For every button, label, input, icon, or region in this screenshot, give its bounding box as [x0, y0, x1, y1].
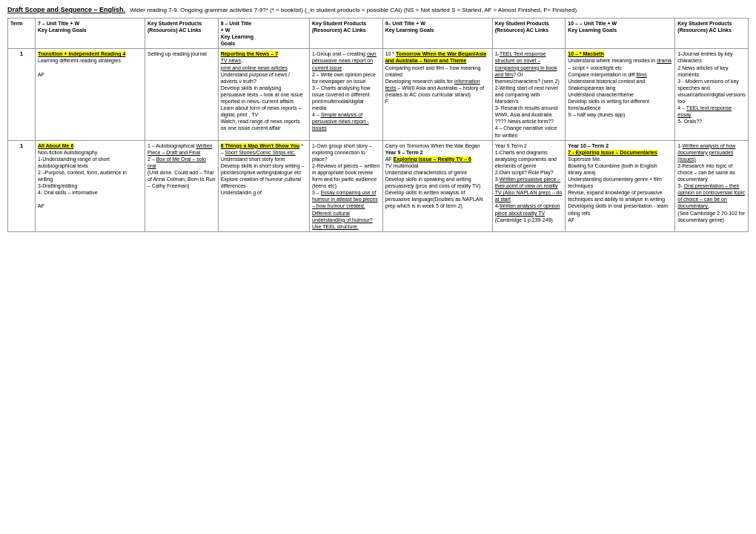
cell-7-term1-products: Setting up reading journal — [145, 49, 219, 140]
link-short-stories: Short Stories/Comic Strips etc. — [225, 150, 296, 155]
link-teel-response: TEEL Text response structure on novel – … — [495, 51, 557, 76]
cell-9-term1-products: 1-TEEL Text response structure on novel … — [492, 49, 566, 140]
link-simple-analysis: Simple analysis of persuasive news repor… — [312, 112, 369, 131]
cell-7-term1b-title: All About Me 6 Non-fiction Autobiography… — [36, 140, 145, 231]
cell-10-term1-title: 10 – * Macbeth Understand where meaning … — [566, 49, 675, 140]
cell-9-term1b-title: Carry on Tomorrow When the War Began Yea… — [382, 140, 492, 231]
table-header-row: Term 7 – Unit Title + WKey Learning Goal… — [8, 19, 749, 49]
unit-title-8-1b: 6 Things a Map Won't Show You — [221, 143, 300, 148]
link-persuasive-news: own persuasive news report on current is… — [312, 51, 377, 70]
year10-term2-label: Year 10 – Term 2 — [568, 143, 609, 148]
link-written-piece: Written Piece – Draft and Final — [147, 143, 212, 155]
link-drama: drama — [657, 58, 672, 63]
unit-title-7-1: Transition + Independent Reading 4 — [38, 51, 125, 56]
page-title: Draft Scope and Sequence – English. — [7, 6, 125, 13]
link-films: films — [636, 72, 646, 77]
table-row-term1-unit2: 1 All About Me 6 Non-fiction Autobiograp… — [8, 140, 749, 231]
cell-8-term1-products: 1-Group oral – creating own persuasive n… — [309, 49, 382, 140]
link-teel-response-2: TEEL text response essay — [677, 105, 732, 117]
header-10-title: 10 – – Unit Title + WKey Learning Goals — [566, 19, 675, 49]
cell-8-term1-title: Reporting the News – 7 TV news, print an… — [218, 49, 309, 140]
link-written-analysis-doc: Written analysis of how documentary pers… — [677, 143, 735, 162]
header-10-products: Key Student Products(Resources) AC Links — [675, 19, 749, 49]
term-label-1b: 1 — [8, 140, 36, 231]
unit-title-10-1b: 7 - Exploring Issue – Documentaries — [568, 150, 657, 155]
header-7-products: Key Student Products(Resources) AC Links — [145, 19, 219, 49]
cell-10-term1b-title: Year 10 – Term 2 7 - Exploring Issue – D… — [566, 140, 675, 231]
header-7-title: 7 – Unit Title + WKey Learning Goals — [36, 19, 145, 49]
header-9-products: Key Student Products(Resources) AC Links — [492, 19, 566, 49]
unit-title-9-1: Tomorrow When the War Began/Asia and Aus… — [385, 51, 487, 63]
header-8-products: Key Student Products(Resources) AC Links — [309, 19, 382, 49]
cell-10-term1b-products: 1-Written analysis of how documentary pe… — [675, 140, 749, 231]
cell-7-term1-title: Transition + Independent Reading 4 Learn… — [36, 49, 145, 140]
unit-title-9-1b: Exploring Issue – Reality TV – 6 — [394, 156, 471, 162]
header-8-title: 8 – Unit Title+ WKey LearningGoals — [218, 19, 309, 49]
cell-8-term1b-title: 6 Things a Map Won't Show You * – Short … — [218, 140, 309, 231]
main-table: Term 7 – Unit Title + WKey Learning Goal… — [7, 18, 749, 232]
link-written-analysis-reality: Written analysis of opinion piece about … — [495, 203, 560, 215]
cell-9-term1b-products: Year 9 Term 2 1-Charts and diagrams anal… — [492, 140, 566, 231]
print-online-link: print and online news articles — [221, 65, 288, 70]
link-info-texts: information texts — [385, 79, 480, 90]
link-essay-humour: Essay comparing use of humour in atleast… — [312, 190, 378, 228]
unit-title-10-1: 10 – * Macbeth — [568, 51, 604, 56]
header-term: Term — [8, 19, 36, 49]
table-row-term1-unit1: 1 Transition + Independent Reading 4 Lea… — [8, 49, 749, 140]
page-subtitle: Wider reading 7-9. Ongoing grammar activ… — [130, 7, 577, 13]
unit-title-7-1b: All About Me 6 — [38, 143, 73, 148]
term-label-1: 1 — [8, 49, 36, 140]
link-oral-presentation: Oral presentation – their opinion on con… — [677, 183, 745, 208]
link-written-persuasive: Written persuasive piece – their point o… — [495, 177, 563, 202]
tv-news-link: TV news — [221, 58, 241, 63]
year9-term2-label: Year 9 – Term 2 — [385, 150, 423, 155]
page-header: Draft Scope and Sequence – English. Wide… — [7, 6, 749, 13]
cell-10-term1-products: 1-Journal entries by key characters 2.Ne… — [675, 49, 749, 140]
cell-8-term1b-products: 1-Own group short story – exploring conn… — [309, 140, 382, 231]
link-box-of-me: Box of Me Oral – solo oral — [147, 156, 206, 168]
unit-title-8-1: Reporting the News – 7 — [221, 51, 278, 56]
header-9-title: 9– Unit Title + WKey Learning Goals — [382, 19, 492, 49]
page: Draft Scope and Sequence – English. Wide… — [0, 0, 756, 238]
cell-9-term1-title: 10 * Tomorrow When the War Began/Asia an… — [382, 49, 492, 140]
cell-7-term1b-products: 1 – Autobiographical Written Piece – Dra… — [145, 140, 219, 231]
